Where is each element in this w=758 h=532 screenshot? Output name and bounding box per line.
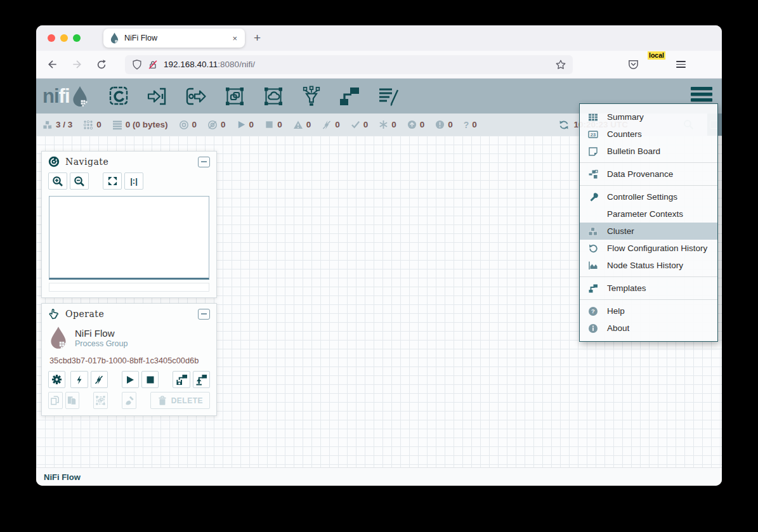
close-window-button[interactable]: [48, 34, 55, 42]
minimize-window-button[interactable]: [60, 34, 68, 42]
url-text[interactable]: 192.168.40.11:8080/nifi/: [164, 60, 555, 69]
stat-locally-modified-stale: 0: [435, 120, 453, 129]
url-path: :8080/nifi/: [218, 60, 255, 69]
menu-item-cluster[interactable]: Cluster: [580, 223, 717, 240]
menu-item-node-status-history[interactable]: Node Status History: [580, 257, 717, 274]
create-template-button[interactable]: [173, 371, 190, 388]
disable-button[interactable]: [91, 371, 108, 388]
url-bar[interactable]: 192.168.40.11:8080/nifi/: [125, 55, 573, 74]
birdseye-minimap[interactable]: [49, 196, 209, 280]
operate-collapse-button[interactable]: [198, 309, 210, 320]
stat-cluster-value: 3 / 3: [56, 120, 72, 129]
selected-component: NiFi Flow Process Group: [42, 323, 216, 351]
nifi-drop-logo-icon: [72, 86, 88, 107]
stat-invalid-value: 0: [306, 120, 311, 129]
macos-window-controls[interactable]: [36, 34, 81, 42]
process-group-component-icon[interactable]: [223, 85, 246, 108]
reload-button[interactable]: [96, 59, 107, 70]
menu-item-label: Counters: [607, 129, 642, 139]
node-status-chart-icon: [588, 261, 598, 271]
change-color-button[interactable]: [122, 392, 136, 409]
menu-separator: [580, 162, 717, 163]
start-button[interactable]: [122, 371, 139, 388]
menu-item-summary[interactable]: Summary: [580, 108, 717, 126]
enable-button[interactable]: [70, 371, 88, 388]
tracking-protection-shield-icon[interactable]: [131, 59, 143, 70]
tab-close-icon[interactable]: ×: [231, 34, 239, 43]
zoom-in-button[interactable]: [48, 172, 67, 190]
output-port-component-icon[interactable]: [185, 85, 207, 108]
provenance-icon: [588, 169, 598, 179]
stat-up-to-date-value: 0: [363, 120, 369, 129]
bookmark-star-icon[interactable]: [555, 59, 566, 70]
zoom-fit-button[interactable]: [103, 172, 122, 190]
wrench-icon: [588, 192, 598, 202]
menu-separator: [580, 299, 717, 300]
stat-stale-value: 0: [420, 120, 425, 129]
help-icon: [588, 306, 598, 316]
browser-window: NiFi Flow × + 192.168.40.11:8080/nifi/ l…: [36, 25, 722, 486]
navigate-collapse-button[interactable]: [198, 157, 210, 167]
copy-button[interactable]: [48, 392, 63, 409]
tab-title: NiFi Flow: [124, 34, 231, 42]
bulletin-board-icon: [588, 146, 598, 157]
copy-icon: [50, 395, 61, 406]
selected-flow-type: Process Group: [75, 339, 127, 348]
menu-item-controller-settings[interactable]: Controller Settings: [580, 188, 717, 205]
paste-button[interactable]: [65, 392, 80, 409]
funnel-component-icon[interactable]: [301, 85, 322, 108]
stat-not-transmitting: 0: [207, 120, 226, 130]
navigate-palette: Navigate |:|: [41, 151, 217, 298]
stat-locally-modified: 0: [379, 120, 396, 129]
new-tab-button[interactable]: +: [254, 31, 261, 45]
stat-invalid: 0: [293, 120, 311, 130]
stop-button[interactable]: [141, 371, 159, 388]
menu-item-counters[interactable]: Counters: [580, 126, 717, 143]
processor-component-icon[interactable]: [107, 85, 130, 108]
maximize-window-button[interactable]: [73, 34, 81, 42]
selected-component-names: NiFi Flow Process Group: [75, 328, 127, 348]
stat-locally-modified-value: 0: [391, 120, 396, 129]
insecure-lock-icon[interactable]: [147, 59, 159, 70]
menu-item-data-provenance[interactable]: Data Provenance: [580, 165, 717, 183]
back-button[interactable]: [46, 58, 58, 70]
breadcrumb[interactable]: NiFi Flow: [44, 472, 81, 482]
paint-brush-icon: [124, 395, 134, 406]
menu-item-templates[interactable]: Templates: [580, 280, 717, 297]
paste-icon: [67, 395, 77, 406]
group-button[interactable]: [93, 392, 108, 409]
disabled-icon: [322, 120, 332, 130]
save-template-icon: [176, 373, 188, 386]
menu-item-parameter-contexts[interactable]: Parameter Contexts: [580, 205, 717, 223]
menu-item-label: Parameter Contexts: [607, 209, 683, 219]
stat-transmitting-value: 0: [192, 120, 197, 129]
gear-icon: [51, 374, 62, 385]
forward-button[interactable]: [71, 58, 83, 70]
firefox-menu-icon[interactable]: [676, 61, 686, 68]
upload-template-button[interactable]: [193, 371, 210, 388]
menu-item-help[interactable]: Help: [580, 302, 717, 320]
fit-icon: [107, 176, 118, 186]
remote-process-group-component-icon[interactable]: [262, 85, 285, 108]
stat-up-to-date: 0: [351, 120, 369, 129]
browser-tab-bar: NiFi Flow × +: [36, 25, 722, 51]
zoom-out-button[interactable]: [70, 172, 89, 190]
menu-item-flow-configuration-history[interactable]: Flow Configuration History: [580, 240, 717, 257]
delete-button[interactable]: DELETE: [150, 392, 210, 409]
global-menu-button[interactable]: [691, 87, 712, 101]
pocket-icon[interactable]: [627, 58, 639, 70]
refresh-icon[interactable]: [559, 120, 569, 130]
menu-item-about[interactable]: About: [580, 320, 717, 337]
lightning-slash-icon: [94, 375, 104, 385]
browser-tab[interactable]: NiFi Flow ×: [103, 29, 245, 48]
configure-button[interactable]: [48, 371, 65, 388]
input-port-component-icon[interactable]: [146, 85, 169, 108]
menu-item-bulletin-board[interactable]: Bulletin Board: [580, 143, 717, 160]
template-component-icon[interactable]: [338, 85, 361, 108]
one-to-one-icon: |:|: [130, 176, 138, 186]
label-component-icon[interactable]: [377, 85, 400, 108]
queued-icon: [112, 120, 122, 130]
zoom-actual-size-button[interactable]: |:|: [124, 172, 143, 190]
profile-avatar[interactable]: local: [651, 58, 664, 71]
menu-item-label: Summary: [607, 112, 644, 122]
